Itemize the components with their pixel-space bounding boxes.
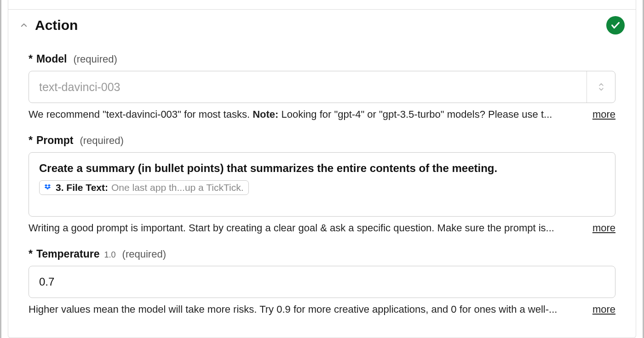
prompt-help-text: Writing a good prompt is important. Star… xyxy=(29,222,581,234)
model-help-post: Looking for "gpt-4" or "gpt-3.5-turbo" m… xyxy=(278,109,552,120)
model-select-toggle[interactable] xyxy=(586,71,615,103)
field-label-prompt: Prompt xyxy=(36,134,74,147)
help-row: Higher values mean the model will take m… xyxy=(29,304,615,315)
temperature-default: 1.0 xyxy=(104,250,116,260)
collapse-toggle[interactable] xyxy=(19,21,29,30)
field-label-model: Model xyxy=(36,53,67,65)
pill-name: 3. File Text: xyxy=(56,182,108,193)
model-select[interactable]: text-davinci-003 xyxy=(29,71,615,103)
section-header: Action xyxy=(8,16,636,44)
section-header-left: Action xyxy=(19,17,78,33)
help-row: We recommend "text-davinci-003" for most… xyxy=(29,109,615,120)
model-help-pre: We recommend "text-davinci-003" for most… xyxy=(29,109,253,120)
model-help-text: We recommend "text-davinci-003" for most… xyxy=(29,109,581,120)
temperature-help-text: Higher values mean the model will take m… xyxy=(29,304,581,315)
check-icon xyxy=(610,20,621,30)
temperature-input[interactable] xyxy=(29,266,615,298)
chevron-up-icon xyxy=(20,21,28,29)
required-text: (required) xyxy=(80,135,123,147)
dropbox-icon xyxy=(43,183,52,192)
prompt-instruction-text: Create a summary (in bullet points) that… xyxy=(39,161,605,176)
required-asterisk: * xyxy=(29,53,33,65)
temperature-more-link[interactable]: more xyxy=(592,304,615,315)
field-label-temperature: Temperature xyxy=(36,248,100,260)
field-model: * Model (required) text-davinci-003 We r… xyxy=(29,53,615,120)
pill-value: One last app th...up a TickTick. xyxy=(111,182,244,193)
model-select-value: text-davinci-003 xyxy=(29,71,586,103)
prompt-more-link[interactable]: more xyxy=(592,222,615,234)
model-help-strong: Note: xyxy=(253,109,278,120)
prompt-input[interactable]: Create a summary (in bullet points) that… xyxy=(29,152,615,217)
section-title: Action xyxy=(35,17,78,33)
field-label-row: * Temperature 1.0 (required) xyxy=(29,248,615,260)
status-badge-success xyxy=(606,16,625,34)
card-top-divider xyxy=(8,9,636,10)
field-label-row: * Prompt (required) xyxy=(29,134,615,147)
form-content: * Model (required) text-davinci-003 We r… xyxy=(8,44,636,315)
updown-icon xyxy=(597,82,605,92)
field-prompt: * Prompt (required) Create a summary (in… xyxy=(29,134,615,234)
required-asterisk: * xyxy=(29,248,33,260)
required-text: (required) xyxy=(73,53,117,65)
app-frame: Action * Model (required) text-davinci-0… xyxy=(0,0,644,338)
field-temperature: * Temperature 1.0 (required) Higher valu… xyxy=(29,248,615,315)
required-asterisk: * xyxy=(29,134,33,147)
field-label-row: * Model (required) xyxy=(29,53,615,65)
variable-pill-file-text[interactable]: 3. File Text: One last app th...up a Tic… xyxy=(39,180,249,195)
help-row: Writing a good prompt is important. Star… xyxy=(29,222,615,234)
model-more-link[interactable]: more xyxy=(592,109,615,120)
required-text: (required) xyxy=(122,248,166,260)
action-card: Action * Model (required) text-davinci-0… xyxy=(8,0,636,338)
